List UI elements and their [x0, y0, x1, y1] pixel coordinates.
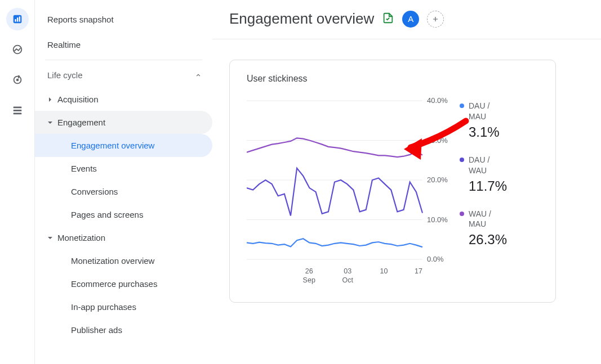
svg-point-6 [16, 79, 19, 82]
legend-item-dau---mau: DAU /MAU 3.1% [460, 101, 542, 140]
svg-rect-8 [13, 110, 21, 111]
svg-rect-1 [15, 19, 16, 22]
legend-value: 26.3% [460, 232, 542, 248]
caret-down-icon [47, 235, 57, 241]
legend-value: 11.7% [460, 178, 542, 194]
legend-item-dau---wau: DAU /WAU 11.7% [460, 155, 542, 194]
sidebar-item-conversions[interactable]: Conversions [35, 180, 212, 203]
legend-item-wau---mau: WAU /MAU 26.3% [460, 209, 542, 248]
svg-rect-3 [19, 16, 20, 21]
chart-legend: DAU /MAU 3.1% DAU /WAU 11.7% WAU /MAU 26… [460, 97, 542, 289]
rail-advertising-icon[interactable] [6, 69, 29, 91]
svg-text:0.0%: 0.0% [427, 255, 444, 263]
page-header: Engagement overview A [212, 0, 601, 39]
sidebar: Reports snapshotRealtime Life cycle Acqu… [35, 0, 212, 364]
sidebar-item-engagement-overview[interactable]: Engagement overview [35, 134, 212, 157]
legend-value: 3.1% [460, 124, 542, 140]
svg-text:20.0%: 20.0% [427, 176, 448, 184]
user-stickiness-card: User stickiness 0.0%10.0%20.0%30.0%40.0%… [229, 60, 556, 303]
caret-down-icon [47, 120, 57, 125]
svg-rect-2 [17, 17, 18, 21]
legend-label: WAU /MAU [469, 209, 491, 230]
sidebar-group-label: Engagement [57, 118, 105, 127]
legend-label: DAU /MAU [469, 101, 489, 122]
rail-explore-icon[interactable] [6, 38, 29, 61]
avatar[interactable]: A [402, 11, 419, 28]
icon-rail [0, 0, 35, 364]
svg-text:30.0%: 30.0% [427, 136, 448, 145]
sidebar-item-in-app-purchases[interactable]: In-app purchases [35, 295, 212, 318]
sidebar-item-publisher-ads[interactable]: Publisher ads [35, 318, 212, 341]
rail-reports-icon[interactable] [6, 8, 29, 30]
page-title: Engagement overview [229, 10, 374, 28]
sidebar-divider [45, 60, 202, 60]
sidebar-section-life-cycle[interactable]: Life cycle [35, 62, 212, 88]
sidebar-group-label: Acquisition [57, 95, 99, 104]
svg-rect-7 [13, 107, 21, 109]
sidebar-group-label: Monetization [57, 233, 105, 242]
svg-rect-9 [13, 113, 21, 115]
sidebar-item-realtime[interactable]: Realtime [35, 32, 212, 57]
sidebar-group-engagement[interactable]: Engagement [35, 111, 212, 134]
sidebar-item-events[interactable]: Events [35, 157, 212, 180]
chevron-up-icon [194, 71, 202, 79]
verified-icon [382, 12, 394, 26]
x-tick: 26Sep [303, 267, 315, 285]
add-comparison-button[interactable] [427, 11, 444, 28]
x-tick: 10 [380, 267, 388, 285]
card-title: User stickiness [247, 74, 542, 84]
main-body: User stickiness 0.0%10.0%20.0%30.0%40.0%… [212, 39, 601, 323]
legend-label: DAU /WAU [469, 155, 489, 176]
sidebar-group-acquisition[interactable]: Acquisition [35, 88, 212, 111]
sidebar-section-label: Life cycle [47, 70, 83, 80]
sidebar-item-reports-snapshot[interactable]: Reports snapshot [35, 7, 212, 32]
rail-configure-icon[interactable] [6, 99, 29, 122]
main: Engagement overview A User stickiness 0.… [212, 0, 601, 364]
caret-right-icon [47, 97, 57, 102]
sidebar-item-monetization-overview[interactable]: Monetization overview [35, 249, 212, 272]
x-tick: 03Oct [342, 267, 353, 285]
svg-text:40.0%: 40.0% [427, 97, 448, 105]
svg-text:10.0%: 10.0% [427, 215, 448, 224]
stickiness-chart: 0.0%10.0%20.0%30.0%40.0% 26Sep03Oct1017 [247, 97, 449, 289]
sidebar-item-pages-and-screens[interactable]: Pages and screens [35, 203, 212, 226]
sidebar-item-ecommerce-purchases[interactable]: Ecommerce purchases [35, 272, 212, 295]
sidebar-group-monetization[interactable]: Monetization [35, 226, 212, 249]
x-tick: 17 [415, 267, 422, 285]
